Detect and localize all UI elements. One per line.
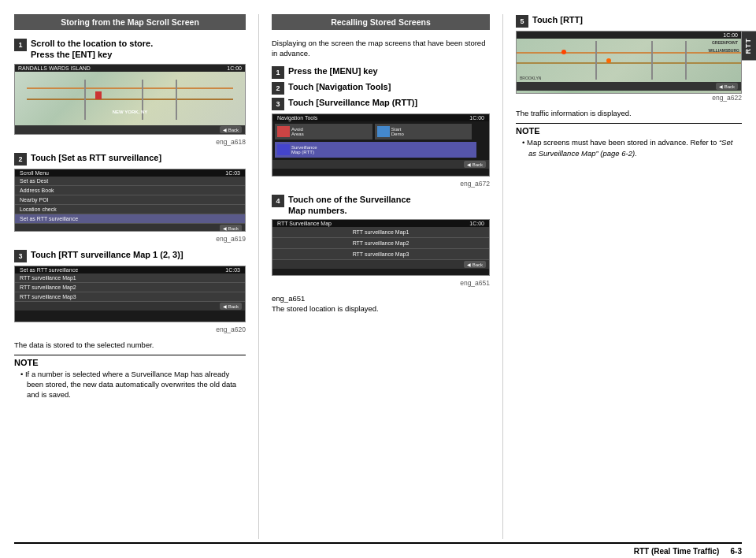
cap-1: eng_a618 — [14, 138, 246, 146]
map-1-content: NEW YORK, NY — [15, 72, 245, 125]
left-note-bullet: • If a number is selected where a Survei… — [20, 369, 246, 400]
mid-step-2: 2 Touch [Navigation Tools] — [272, 81, 490, 95]
stored-location-text2: The stored location is displayed. — [272, 303, 490, 314]
mid-step-4-label: 4 Touch one of the SurveillanceMap numbe… — [272, 194, 490, 217]
rtt-3-footer: ◀ Back — [15, 302, 245, 311]
rtt-surv-header: RTT Surveillance Map 1C:00 — [272, 220, 489, 227]
right-step-5-num: 5 — [516, 15, 528, 28]
step-3-label: 3 Touch [RTT surveillance Map 1 (2, 3)] — [14, 249, 246, 262]
left-column: Storing from the Map Scroll Screen 1 Scr… — [14, 14, 258, 539]
rtt-surv-1: RTT surveillance Map1 — [272, 227, 489, 238]
menu-item-poi: Nearby POI — [15, 195, 245, 205]
left-note: NOTE • If a number is selected where a S… — [14, 355, 246, 400]
step-2-num: 2 — [14, 153, 27, 166]
step-2-label: 2 Touch [Set as RTT surveillance] — [14, 152, 246, 166]
stored-location-text: eng_a651 — [272, 293, 490, 303]
page-container: Storing from the Map Scroll Screen 1 Scr… — [0, 0, 756, 558]
step-1: 1 Scroll to the location to store.Press … — [14, 38, 246, 146]
mid-section-header: Recalling Stored Screens — [272, 14, 490, 30]
start-icon — [377, 126, 390, 137]
rtt-map3: RTT surveillance Map3 — [15, 292, 245, 302]
screen-rtt-surv: RTT Surveillance Map 1C:00 RTT surveilla… — [272, 219, 490, 276]
nav-tool-avoid: AvoidAreas — [275, 124, 372, 140]
screen-menu-2: Scroll Menu 1C:03 Set as Dest Address Bo… — [14, 169, 246, 232]
rtt-map-header: 1C:00 — [517, 32, 741, 39]
rtt-map2: RTT surveillance Map2 — [15, 283, 245, 292]
step-3-num: 3 — [14, 250, 27, 262]
mid-step-4-text: Touch one of the SurveillanceMap numbers… — [288, 194, 411, 217]
mid-intro: Displaying on the screen the map screens… — [272, 38, 490, 59]
cap-nav-tools: eng_a672 — [272, 180, 490, 188]
rtt-surv-3: RTT surveillance Map3 — [272, 249, 489, 260]
cap-3: eng_a620 — [14, 326, 246, 333]
menu-2-header: Scroll Menu 1C:03 — [15, 169, 245, 177]
rtt-3-header: Set as RTT surveillance 1C:03 — [15, 266, 245, 273]
screen-rtt-3: Set as RTT surveillance 1C:03 RTT survei… — [14, 266, 246, 322]
step-3: 3 Touch [RTT surveillance Map 1 (2, 3)] … — [14, 249, 246, 333]
step-2-text: Touch [Set as RTT surveillance] — [31, 152, 161, 163]
mid-step-4: 4 Touch one of the SurveillanceMap numbe… — [272, 194, 490, 288]
right-step-5-label: 5 Touch [RTT] — [516, 14, 742, 28]
map-1-footer: ◀ Back — [15, 125, 245, 134]
left-section-header: Storing from the Map Scroll Screen — [14, 14, 246, 30]
cap-2: eng_a619 — [14, 235, 246, 243]
mid-step-3-label: 3 Touch [Surveillance Map (RTT)] — [272, 97, 490, 110]
rtt-map1: RTT surveillance Map1 — [15, 273, 245, 283]
rtt-sidebar-label: RTT — [742, 32, 756, 61]
step-3-text: Touch [RTT surveillance Map 1 (2, 3)] — [31, 249, 183, 260]
nav-tools-footer: ◀ Back — [272, 160, 489, 169]
menu-item-loc: Location check — [15, 205, 245, 214]
footer-page: 6-3 — [731, 547, 742, 556]
screen-nav-tools: Navigation Tools 1C:00 AvoidAreas StartD… — [272, 113, 490, 177]
right-column: 5 Touch [RTT] 1C:00 — [502, 14, 742, 539]
rtt-map-screen: 1C:00 GREENPOINT WILLIAMSBURG BROOKLYN — [516, 31, 742, 94]
footer-text: RTT (Real Time Traffic) — [634, 547, 720, 556]
traffic-info-text: The traffic information is displayed. — [516, 108, 742, 118]
menu-2-footer: ◀ Back — [15, 224, 245, 232]
step-1-text: Scroll to the location to store.Press th… — [31, 38, 153, 61]
nav-tools-header: Navigation Tools 1C:00 — [272, 114, 489, 121]
rtt-surv-footer: ◀ Back — [272, 260, 489, 269]
mid-step-3-num: 3 — [272, 98, 284, 110]
avoid-icon — [277, 126, 290, 137]
mid-step-1-text: Press the [MENU] key — [288, 65, 378, 76]
step-1-num: 1 — [14, 39, 27, 51]
mid-step-3: 3 Touch [Surveillance Map (RTT)] Navigat… — [272, 97, 490, 188]
left-note-title: NOTE — [14, 358, 246, 367]
mid-step-3-text: Touch [Surveillance Map (RTT)] — [288, 97, 417, 108]
cap-rtt-map: eng_a622 — [516, 94, 742, 102]
menu-item-dest: Set as Dest — [15, 177, 245, 186]
rtt-surv-2: RTT surveillance Map2 — [272, 238, 489, 249]
right-step-5: 5 Touch [RTT] 1C:00 — [516, 14, 742, 102]
menu-item-rtt: Set as RTT surveillance — [15, 214, 245, 224]
mid-step-2-text: Touch [Navigation Tools] — [288, 81, 391, 92]
main-content: Storing from the Map Scroll Screen 1 Scr… — [14, 14, 742, 539]
surv-icon — [277, 144, 290, 155]
mid-column: Recalling Stored Screens Displaying on t… — [258, 14, 502, 539]
rtt-map-footer: ◀ Back — [517, 82, 741, 91]
right-note: NOTE • Map screens must have been stored… — [516, 123, 742, 158]
mid-step-1: 1 Press the [MENU] key — [272, 65, 490, 79]
cap-rtt-surv: eng_a651 — [272, 279, 490, 287]
nav-tool-surv: SurveillanceMap (RTT) — [275, 142, 476, 158]
step-2: 2 Touch [Set as RTT surveillance] Scroll… — [14, 152, 246, 243]
right-note-bullet: • Map screens must have been stored in a… — [522, 137, 742, 158]
mid-step-1-num: 1 — [272, 66, 284, 79]
screen-map-1: RANDALLS WARDS ISLAND 1C:00 NEW YORK, NY — [14, 64, 246, 135]
data-stored-text: The data is stored to the selected numbe… — [14, 340, 246, 350]
step-1-label: 1 Scroll to the location to store.Press … — [14, 38, 246, 61]
nav-tool-start: StartDemo — [375, 124, 472, 140]
nav-tools-grid: AvoidAreas StartDemo SurveillanceMap (RT… — [272, 121, 489, 160]
right-note-title: NOTE — [516, 126, 742, 136]
right-step-5-text: Touch [RTT] — [532, 14, 583, 25]
mid-step-4-num: 4 — [272, 195, 284, 207]
page-footer: RTT (Real Time Traffic) 6-3 — [14, 542, 742, 558]
mid-step-2-num: 2 — [272, 82, 284, 95]
map-1-header: RANDALLS WARDS ISLAND 1C:00 — [15, 65, 245, 72]
menu-item-addr: Address Book — [15, 186, 245, 195]
